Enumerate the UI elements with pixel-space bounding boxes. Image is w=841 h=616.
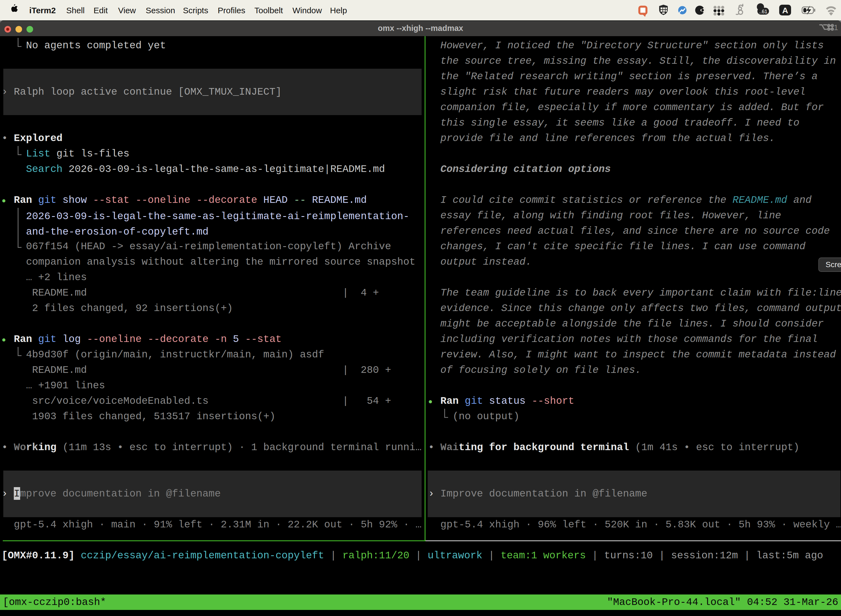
svg-text:..61: ..61 [759,9,767,14]
svg-text:A: A [782,6,788,15]
